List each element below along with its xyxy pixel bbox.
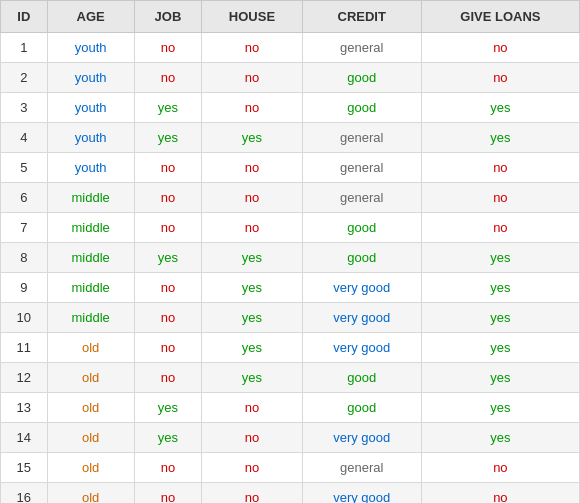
cell-house: yes <box>202 273 303 303</box>
cell-house: yes <box>202 123 303 153</box>
cell-job: no <box>134 453 201 483</box>
cell-age: youth <box>47 123 134 153</box>
cell-id: 15 <box>1 453 48 483</box>
cell-give-loans: yes <box>421 123 579 153</box>
table-row: 6 middle no no general no <box>1 183 580 213</box>
cell-house: no <box>202 153 303 183</box>
cell-give-loans: yes <box>421 303 579 333</box>
cell-id: 4 <box>1 123 48 153</box>
cell-id: 10 <box>1 303 48 333</box>
cell-give-loans: yes <box>421 423 579 453</box>
cell-age: old <box>47 453 134 483</box>
cell-age: middle <box>47 213 134 243</box>
cell-give-loans: yes <box>421 243 579 273</box>
col-header-house: HOUSE <box>202 1 303 33</box>
cell-give-loans: yes <box>421 333 579 363</box>
cell-age: middle <box>47 273 134 303</box>
table-row: 10 middle no yes very good yes <box>1 303 580 333</box>
cell-house: no <box>202 33 303 63</box>
table-row: 14 old yes no very good yes <box>1 423 580 453</box>
cell-credit: very good <box>302 273 421 303</box>
cell-job: yes <box>134 243 201 273</box>
cell-age: youth <box>47 63 134 93</box>
cell-job: no <box>134 363 201 393</box>
cell-house: no <box>202 93 303 123</box>
cell-job: no <box>134 483 201 504</box>
cell-give-loans: yes <box>421 393 579 423</box>
header-row: ID AGE JOB HOUSE CREDIT GIVE LOANS <box>1 1 580 33</box>
cell-job: no <box>134 33 201 63</box>
table-body: 1 youth no no general no 2 youth no no g… <box>1 33 580 504</box>
cell-credit: very good <box>302 333 421 363</box>
cell-credit: very good <box>302 423 421 453</box>
cell-give-loans: no <box>421 183 579 213</box>
cell-id: 8 <box>1 243 48 273</box>
cell-credit: good <box>302 93 421 123</box>
cell-job: yes <box>134 123 201 153</box>
cell-house: no <box>202 483 303 504</box>
cell-credit: general <box>302 153 421 183</box>
cell-job: yes <box>134 93 201 123</box>
table-row: 16 old no no very good no <box>1 483 580 504</box>
cell-credit: good <box>302 393 421 423</box>
cell-id: 16 <box>1 483 48 504</box>
cell-age: old <box>47 333 134 363</box>
cell-id: 1 <box>1 33 48 63</box>
cell-job: no <box>134 273 201 303</box>
cell-credit: general <box>302 183 421 213</box>
table-row: 5 youth no no general no <box>1 153 580 183</box>
table-row: 1 youth no no general no <box>1 33 580 63</box>
data-table: ID AGE JOB HOUSE CREDIT GIVE LOANS 1 you… <box>0 0 580 503</box>
cell-age: middle <box>47 303 134 333</box>
col-header-job: JOB <box>134 1 201 33</box>
col-header-id: ID <box>1 1 48 33</box>
cell-id: 12 <box>1 363 48 393</box>
cell-give-loans: yes <box>421 363 579 393</box>
table-container: ID AGE JOB HOUSE CREDIT GIVE LOANS 1 you… <box>0 0 580 503</box>
cell-credit: general <box>302 453 421 483</box>
cell-id: 7 <box>1 213 48 243</box>
table-row: 15 old no no general no <box>1 453 580 483</box>
table-row: 8 middle yes yes good yes <box>1 243 580 273</box>
cell-age: youth <box>47 93 134 123</box>
cell-house: no <box>202 453 303 483</box>
cell-id: 13 <box>1 393 48 423</box>
cell-job: no <box>134 303 201 333</box>
cell-credit: very good <box>302 483 421 504</box>
cell-give-loans: no <box>421 153 579 183</box>
cell-house: no <box>202 213 303 243</box>
table-row: 2 youth no no good no <box>1 63 580 93</box>
cell-job: no <box>134 63 201 93</box>
cell-job: no <box>134 333 201 363</box>
cell-give-loans: yes <box>421 93 579 123</box>
cell-job: yes <box>134 393 201 423</box>
cell-credit: good <box>302 213 421 243</box>
cell-house: no <box>202 423 303 453</box>
cell-age: middle <box>47 183 134 213</box>
cell-house: no <box>202 63 303 93</box>
cell-give-loans: no <box>421 63 579 93</box>
table-row: 11 old no yes very good yes <box>1 333 580 363</box>
cell-id: 6 <box>1 183 48 213</box>
table-row: 3 youth yes no good yes <box>1 93 580 123</box>
cell-id: 3 <box>1 93 48 123</box>
cell-credit: good <box>302 363 421 393</box>
cell-give-loans: yes <box>421 273 579 303</box>
cell-id: 2 <box>1 63 48 93</box>
cell-give-loans: no <box>421 33 579 63</box>
cell-house: yes <box>202 243 303 273</box>
cell-house: no <box>202 393 303 423</box>
cell-job: yes <box>134 423 201 453</box>
table-row: 7 middle no no good no <box>1 213 580 243</box>
cell-give-loans: no <box>421 453 579 483</box>
cell-id: 9 <box>1 273 48 303</box>
cell-credit: general <box>302 123 421 153</box>
cell-id: 14 <box>1 423 48 453</box>
cell-age: old <box>47 393 134 423</box>
cell-house: yes <box>202 303 303 333</box>
cell-age: old <box>47 363 134 393</box>
cell-job: no <box>134 183 201 213</box>
cell-credit: very good <box>302 303 421 333</box>
cell-credit: good <box>302 63 421 93</box>
cell-age: middle <box>47 243 134 273</box>
